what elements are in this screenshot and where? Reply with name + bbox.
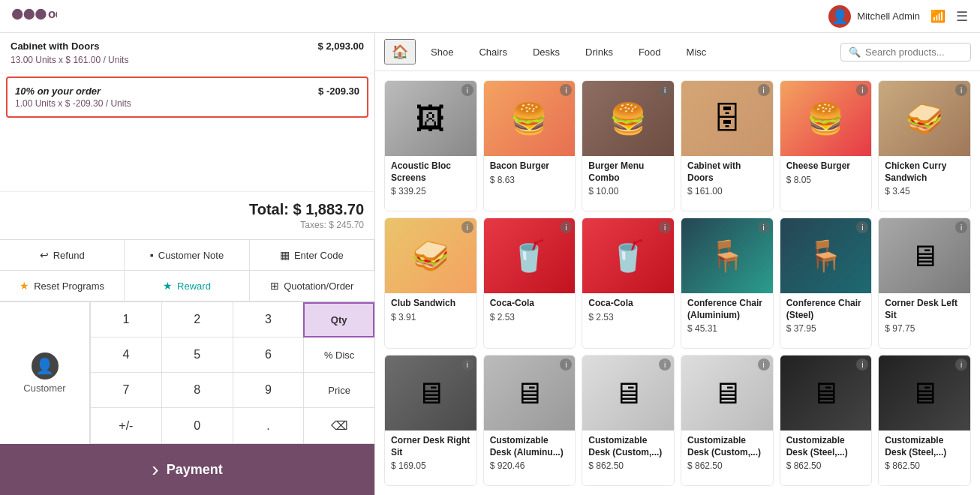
payment-button[interactable]: › Payment — [0, 444, 374, 495]
refund-icon: ↩ — [40, 249, 49, 261]
product-card-conf-chair-al[interactable]: 🪑Conference Chair (Aluminium)$ 45.31i — [681, 218, 774, 349]
product-card-custom-desk-c2[interactable]: 🖥Customizable Desk (Custom,...)$ 862.50i — [681, 355, 774, 486]
product-card-custom-desk-s1[interactable]: 🖥Customizable Desk (Steel,...)$ 862.50i — [780, 355, 873, 486]
product-name-corner-desk-r: Corner Desk Right Sit — [391, 435, 470, 458]
product-card-custom-desk-al[interactable]: 🖥Customizable Desk (Aluminu...)$ 920.46i — [483, 355, 576, 486]
customer-button[interactable]: 👤 Customer — [0, 302, 90, 444]
product-price-corner-desk-r: $ 169.05 — [391, 460, 470, 471]
product-name-conf-chair-st: Conference Chair (Steel) — [786, 298, 866, 321]
total-line: Total: $ 1,883.70 — [11, 201, 364, 218]
search-icon: 🔍 — [849, 46, 861, 58]
product-card-coca-cola-1[interactable]: 🥤Coca-Cola$ 2.53i — [483, 218, 576, 349]
customer-note-button[interactable]: ▪ Customer Note — [125, 240, 249, 271]
key-1[interactable]: 1 — [90, 302, 161, 338]
cat-misc[interactable]: Misc — [676, 43, 717, 62]
left-panel: Cabinet with Doors 13.00 Units x $ 161.0… — [0, 33, 375, 495]
search-input[interactable] — [865, 46, 963, 58]
user-info: 👤 Mitchell Admin — [828, 5, 920, 28]
product-price-coca-cola-2: $ 2.53 — [588, 312, 668, 322]
quotation-order-button[interactable]: ⊞ Quotation/Order — [250, 271, 374, 302]
info-badge-corner-desk-l: i — [955, 221, 967, 233]
product-card-burger-menu[interactable]: 🍔Burger Menu Combo$ 10.00i — [582, 80, 675, 212]
payment-arrow-icon: › — [152, 458, 158, 482]
product-detail-cabinet: 13.00 Units x $ 161.00 / Units — [11, 55, 128, 65]
product-card-acoustic[interactable]: 🖼Acoustic Bloc Screens$ 339.25i — [384, 80, 477, 212]
key-plusminus[interactable]: +/- — [90, 408, 161, 444]
order-line-cabinet[interactable]: Cabinet with Doors 13.00 Units x $ 161.0… — [0, 33, 374, 74]
product-card-cheese-burger[interactable]: 🍔Cheese Burger$ 8.05i — [780, 80, 873, 212]
cat-shoe[interactable]: Shoe — [420, 43, 464, 62]
discount-line[interactable]: 10% on your order 1.00 Units x $ -209.30… — [6, 76, 368, 118]
search-box[interactable]: 🔍 — [840, 43, 971, 62]
product-name-cheese-burger: Cheese Burger — [786, 160, 866, 172]
home-category-button[interactable]: 🏠 — [384, 39, 416, 64]
cat-drinks[interactable]: Drinks — [575, 43, 624, 62]
key-disc[interactable]: % Disc — [303, 338, 374, 373]
key-8[interactable]: 8 — [161, 373, 233, 408]
key-2[interactable]: 2 — [161, 302, 233, 338]
svg-point-1 — [24, 8, 35, 19]
product-name-cabinet: Cabinet with Doors — [11, 40, 128, 53]
product-card-coca-cola-2[interactable]: 🥤Coca-Cola$ 2.53i — [582, 218, 675, 349]
reward-button[interactable]: ★ Reward — [125, 271, 249, 302]
product-name-corner-desk-l: Corner Desk Left Sit — [885, 298, 964, 321]
reset-programs-button[interactable]: ★ Reset Programs — [0, 271, 125, 302]
product-card-chicken-curry[interactable]: 🥪Chicken Curry Sandwich$ 3.45i — [878, 80, 971, 212]
key-3[interactable]: 3 — [233, 302, 304, 338]
product-name-custom-desk-c1: Customizable Desk (Custom,...) — [588, 435, 668, 458]
info-badge-custom-desk-c1: i — [659, 358, 671, 370]
key-9[interactable]: 9 — [233, 373, 304, 408]
customer-icon: 👤 — [32, 352, 59, 380]
customer-note-icon: ▪ — [150, 249, 154, 261]
product-card-custom-desk-c1[interactable]: 🖥Customizable Desk (Custom,...)$ 862.50i — [582, 355, 675, 486]
cat-desks[interactable]: Desks — [522, 43, 570, 62]
discount-detail: 1.00 Units x $ -209.30 / Units — [15, 98, 131, 109]
product-card-custom-desk-s2[interactable]: 🖥Customizable Desk (Steel,...)$ 862.50i — [878, 355, 971, 486]
star-icon-reset: ★ — [20, 280, 29, 292]
product-card-corner-desk-r[interactable]: 🖥Corner Desk Right Sit$ 169.05i — [384, 355, 477, 486]
key-0[interactable]: 0 — [161, 408, 233, 444]
product-price-bacon-burger: $ 8.63 — [490, 175, 570, 185]
enter-code-button[interactable]: ▦ Enter Code — [250, 240, 374, 271]
odoo-logo: odoo — [12, 4, 57, 29]
refund-button[interactable]: ↩ Refund — [0, 240, 125, 271]
numpad-grid: 1 2 3 Qty 4 5 6 % Disc 7 8 9 Price +/- 0… — [90, 302, 374, 444]
cat-food[interactable]: Food — [628, 43, 672, 62]
svg-point-0 — [12, 8, 23, 19]
product-name-custom-desk-c2: Customizable Desk (Custom,...) — [687, 435, 767, 458]
main-layout: Cabinet with Doors 13.00 Units x $ 161.0… — [0, 33, 980, 495]
key-4[interactable]: 4 — [90, 338, 161, 373]
product-price-burger-menu: $ 10.00 — [588, 186, 668, 196]
product-name-chicken-curry: Chicken Curry Sandwich — [885, 160, 964, 184]
product-card-club-sandwich[interactable]: 🥪Club Sandwich$ 3.91i — [384, 218, 477, 349]
product-card-conf-chair-st[interactable]: 🪑Conference Chair (Steel)$ 37.95i — [780, 218, 873, 349]
product-name-custom-desk-s2: Customizable Desk (Steel,...) — [885, 435, 964, 458]
customer-label: Customer — [23, 382, 65, 394]
key-5[interactable]: 5 — [161, 338, 233, 373]
product-price-coca-cola-1: $ 2.53 — [490, 312, 570, 322]
info-badge-coca-cola-2: i — [659, 221, 671, 233]
order-lines: Cabinet with Doors 13.00 Units x $ 161.0… — [0, 33, 374, 191]
product-card-cabinet-doors[interactable]: 🗄Cabinet with Doors$ 161.00i — [681, 80, 774, 212]
product-card-bacon-burger[interactable]: 🍔Bacon Burger$ 8.63i — [483, 80, 576, 212]
key-dot[interactable]: . — [233, 408, 304, 444]
key-7[interactable]: 7 — [90, 373, 161, 408]
product-name-burger-menu: Burger Menu Combo — [588, 160, 668, 184]
product-name-custom-desk-al: Customizable Desk (Aluminu...) — [490, 435, 570, 458]
product-name-club-sandwich: Club Sandwich — [391, 298, 470, 310]
key-backspace[interactable]: ⌫ — [303, 408, 374, 444]
total-section: Total: $ 1,883.70 Taxes: $ 245.70 — [0, 191, 374, 239]
key-6[interactable]: 6 — [233, 338, 304, 373]
quotation-icon: ⊞ — [270, 280, 279, 292]
key-qty[interactable]: Qty — [303, 302, 374, 338]
wifi-icon: 📶 — [930, 9, 945, 23]
numpad-area: 👤 Customer 1 2 3 Qty 4 5 6 % Disc 7 8 9 … — [0, 302, 374, 444]
product-card-corner-desk-l[interactable]: 🖥Corner Desk Left Sit$ 97.75i — [878, 218, 971, 349]
product-name-coca-cola-1: Coca-Cola — [490, 298, 570, 310]
key-price[interactable]: Price — [303, 373, 374, 408]
info-badge-cabinet-doors: i — [758, 84, 770, 96]
cat-chairs[interactable]: Chairs — [468, 43, 518, 62]
product-price-custom-desk-c1: $ 862.50 — [588, 460, 668, 471]
category-nav: 🏠 Shoe Chairs Desks Drinks Food Misc 🔍 — [375, 33, 980, 71]
hamburger-menu-icon[interactable]: ☰ — [956, 8, 968, 25]
